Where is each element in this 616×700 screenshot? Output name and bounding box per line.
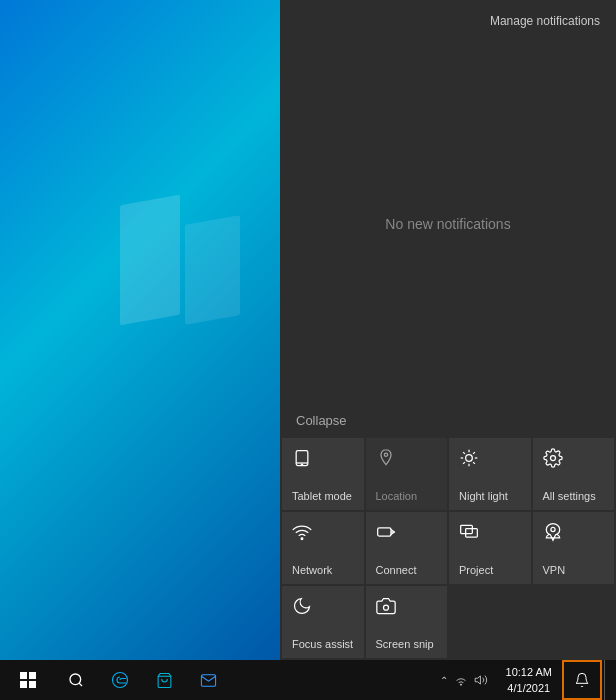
project-label: Project bbox=[459, 564, 493, 576]
windows-logo-icon bbox=[20, 672, 36, 688]
all-settings-icon bbox=[543, 448, 563, 473]
project-icon bbox=[459, 522, 479, 547]
chevron-up-icon: ⌃ bbox=[440, 675, 448, 686]
time-display: 10:12 AM bbox=[506, 664, 552, 681]
manage-notifications-button[interactable]: Manage notifications bbox=[280, 0, 616, 42]
svg-point-13 bbox=[550, 456, 555, 461]
svg-point-22 bbox=[460, 684, 461, 685]
focus-assist-icon bbox=[292, 596, 312, 621]
store-icon[interactable] bbox=[144, 660, 184, 700]
taskbar-right: ⌃ 10:12 AM 4/1/2021 bbox=[432, 660, 616, 700]
notification-icon bbox=[574, 672, 590, 688]
notifications-area: No new notifications bbox=[280, 42, 616, 405]
search-button[interactable] bbox=[56, 660, 96, 700]
svg-line-11 bbox=[463, 462, 465, 464]
collapse-button[interactable]: Collapse bbox=[280, 405, 616, 436]
svg-marker-23 bbox=[475, 676, 480, 684]
svg-point-2 bbox=[301, 464, 302, 465]
screen-snip-tile[interactable]: Screen snip bbox=[366, 586, 448, 658]
network-tile[interactable]: Network bbox=[282, 512, 364, 584]
svg-point-19 bbox=[383, 605, 388, 610]
night-light-tile[interactable]: Night light bbox=[449, 438, 531, 510]
taskbar-left bbox=[0, 660, 228, 700]
night-light-icon bbox=[459, 448, 479, 473]
vpn-label: VPN bbox=[543, 564, 566, 576]
tablet-mode-icon bbox=[292, 448, 312, 473]
svg-point-18 bbox=[550, 527, 554, 531]
network-tray-icon bbox=[454, 673, 468, 687]
taskbar: ⌃ 10:12 AM 4/1/2021 bbox=[0, 660, 616, 700]
vpn-icon bbox=[543, 522, 563, 547]
desktop bbox=[0, 0, 280, 660]
focus-assist-label: Focus assist bbox=[292, 638, 353, 650]
svg-rect-17 bbox=[466, 529, 478, 537]
network-icon bbox=[292, 522, 312, 547]
mail-icon[interactable] bbox=[188, 660, 228, 700]
svg-point-20 bbox=[70, 674, 81, 685]
connect-icon bbox=[376, 522, 396, 547]
vpn-tile[interactable]: VPN bbox=[533, 512, 615, 584]
network-label: Network bbox=[292, 564, 332, 576]
svg-point-4 bbox=[466, 455, 473, 462]
action-center: Manage notifications No new notification… bbox=[280, 0, 616, 660]
location-label: Location bbox=[376, 490, 418, 502]
notification-center-button[interactable] bbox=[562, 660, 602, 700]
start-button[interactable] bbox=[4, 660, 52, 700]
date-display: 4/1/2021 bbox=[507, 680, 550, 697]
project-tile[interactable]: Project bbox=[449, 512, 531, 584]
svg-line-10 bbox=[473, 462, 475, 464]
tablet-mode-tile[interactable]: Tablet mode bbox=[282, 438, 364, 510]
svg-point-3 bbox=[384, 453, 387, 456]
show-desktop-button[interactable] bbox=[604, 660, 612, 700]
svg-rect-15 bbox=[377, 528, 390, 536]
edge-icon[interactable] bbox=[100, 660, 140, 700]
location-tile[interactable]: Location bbox=[366, 438, 448, 510]
system-tray[interactable]: ⌃ bbox=[432, 660, 496, 700]
clock[interactable]: 10:12 AM 4/1/2021 bbox=[498, 660, 560, 700]
connect-tile[interactable]: Connect bbox=[366, 512, 448, 584]
volume-icon bbox=[474, 673, 488, 687]
svg-rect-16 bbox=[461, 525, 473, 533]
tablet-mode-label: Tablet mode bbox=[292, 490, 352, 502]
screen-snip-icon bbox=[376, 596, 396, 621]
all-settings-tile[interactable]: All settings bbox=[533, 438, 615, 510]
svg-line-9 bbox=[463, 452, 465, 454]
focus-assist-tile[interactable]: Focus assist bbox=[282, 586, 364, 658]
svg-point-14 bbox=[301, 538, 303, 540]
screen-snip-label: Screen snip bbox=[376, 638, 434, 650]
all-settings-label: All settings bbox=[543, 490, 596, 502]
night-light-label: Night light bbox=[459, 490, 508, 502]
svg-line-12 bbox=[473, 452, 475, 454]
connect-label: Connect bbox=[376, 564, 417, 576]
location-icon bbox=[376, 448, 396, 473]
quick-actions-grid: Tablet mode Location bbox=[280, 436, 616, 660]
no-notifications-text: No new notifications bbox=[385, 216, 510, 232]
